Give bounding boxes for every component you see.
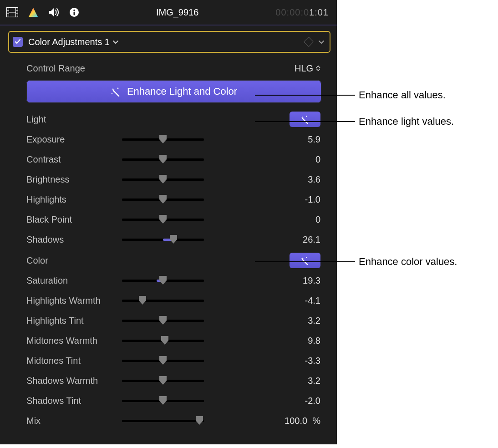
shadows-tint-slider[interactable] [122, 395, 204, 406]
color-section-label: Color [26, 255, 122, 266]
clip-title: IMG_9916 [89, 7, 265, 18]
shadows-tint-value[interactable]: -2.0 [208, 396, 321, 406]
svg-point-14 [306, 116, 307, 117]
shadows-warmth-value[interactable]: 3.2 [208, 376, 321, 386]
svg-rect-1 [7, 8, 9, 17]
highlights-slider[interactable] [122, 194, 204, 205]
contrast-label: Contrast [26, 154, 122, 165]
highlights-label: Highlights [26, 194, 122, 205]
svg-point-13 [112, 93, 112, 94]
saturation-slider[interactable] [122, 275, 204, 286]
light-section-label: Light [26, 114, 122, 125]
timecode: 00:00:01:01 [275, 7, 329, 18]
audio-inspector-icon[interactable] [48, 7, 59, 17]
midtones-warmth-slider[interactable] [122, 335, 204, 346]
enhance-all-button[interactable]: Enhance Light and Color [26, 80, 321, 103]
color-inspector-icon[interactable] [28, 7, 38, 17]
exposure-row: Exposure 5.9 [26, 129, 321, 149]
svg-point-15 [306, 257, 307, 258]
control-range-label: Control Range [26, 63, 122, 74]
shadows-value[interactable]: 26.1 [208, 234, 321, 245]
highlights-row: Highlights -1.0 [26, 189, 321, 209]
exposure-label: Exposure [26, 134, 122, 145]
midtones-tint-slider[interactable] [122, 355, 204, 366]
exposure-value[interactable]: 5.9 [208, 134, 321, 145]
contrast-slider[interactable] [122, 154, 204, 165]
black-point-label: Black Point [26, 214, 122, 225]
enhance-all-label: Enhance Light and Color [127, 86, 237, 97]
video-inspector-icon[interactable] [6, 7, 18, 17]
svg-marker-8 [29, 8, 38, 17]
color-section: Color [26, 250, 321, 270]
inspector-panel: IMG_9916 00:00:01:01 Color Adjustments 1… [0, 0, 337, 444]
enhance-color-button[interactable] [290, 253, 320, 268]
shadows-warmth-row: Shadows Warmth 3.2 [26, 371, 321, 391]
midtones-warmth-value[interactable]: 9.8 [208, 336, 321, 346]
updown-icon [316, 65, 320, 71]
contrast-value[interactable]: 0 [208, 154, 321, 165]
inspector-body: Control Range HLG Enhance Light [0, 55, 337, 444]
effect-header[interactable]: Color Adjustments 1 [8, 31, 330, 53]
shadows-warmth-slider[interactable] [122, 375, 204, 386]
brightness-label: Brightness [26, 174, 122, 185]
saturation-value[interactable]: 19.3 [208, 275, 321, 286]
shadows-tint-row: Shadows Tint -2.0 [26, 391, 321, 411]
highlights-warmth-label: Highlights Warmth [26, 295, 122, 306]
brightness-value[interactable]: 3.6 [208, 174, 321, 185]
mix-slider[interactable] [122, 415, 204, 426]
highlights-tint-row: Highlights Tint 3.2 [26, 311, 321, 331]
effect-menu-chevron[interactable] [318, 38, 325, 46]
effect-name-dropdown[interactable]: Color Adjustments 1 [28, 37, 119, 47]
inspector-toolbar: IMG_9916 00:00:01:01 [0, 0, 337, 25]
contrast-row: Contrast 0 [26, 149, 321, 169]
highlights-tint-value[interactable]: 3.2 [208, 316, 321, 326]
midtones-tint-label: Midtones Tint [26, 356, 122, 366]
shadows-label: Shadows [26, 234, 122, 245]
black-point-row: Black Point 0 [26, 209, 321, 229]
svg-rect-11 [74, 12, 75, 15]
light-section: Light [26, 109, 321, 129]
control-range-select[interactable]: HLG [295, 63, 320, 74]
brightness-row: Brightness 3.6 [26, 169, 321, 189]
wand-icon [111, 87, 122, 97]
midtones-warmth-row: Midtones Warmth 9.8 [26, 331, 321, 351]
shadows-warmth-label: Shadows Warmth [26, 376, 122, 386]
control-range-row: Control Range HLG [26, 58, 321, 78]
svg-point-10 [73, 10, 75, 11]
highlights-warmth-value[interactable]: -4.1 [208, 295, 321, 306]
saturation-label: Saturation [26, 275, 122, 286]
mix-label: Mix [26, 416, 122, 426]
midtones-tint-value[interactable]: -3.3 [208, 356, 321, 366]
highlights-value[interactable]: -1.0 [208, 194, 321, 205]
svg-point-12 [117, 88, 119, 89]
highlights-tint-slider[interactable] [122, 315, 204, 326]
mix-row: Mix 100.0 % [26, 411, 321, 431]
highlights-tint-label: Highlights Tint [26, 316, 122, 326]
midtones-warmth-label: Midtones Warmth [26, 336, 122, 346]
mix-value[interactable]: 100.0 % [208, 416, 321, 426]
black-point-slider[interactable] [122, 214, 204, 225]
shadows-row: Shadows 26.1 [26, 229, 321, 249]
keyframe-icon[interactable] [304, 37, 314, 47]
effect-enable-checkbox[interactable] [13, 37, 23, 47]
highlights-warmth-row: Highlights Warmth -4.1 [26, 290, 321, 311]
brightness-slider[interactable] [122, 174, 204, 185]
shadows-tint-label: Shadows Tint [26, 396, 122, 406]
enhance-light-button[interactable] [290, 112, 320, 127]
info-inspector-icon[interactable] [69, 7, 79, 17]
shadows-slider[interactable] [122, 234, 204, 245]
saturation-row: Saturation 19.3 [26, 270, 321, 290]
chevron-down-icon [112, 39, 119, 45]
midtones-tint-row: Midtones Tint -3.3 [26, 351, 321, 371]
black-point-value[interactable]: 0 [208, 214, 321, 225]
exposure-slider[interactable] [122, 134, 204, 145]
highlights-warmth-slider[interactable] [122, 295, 204, 306]
